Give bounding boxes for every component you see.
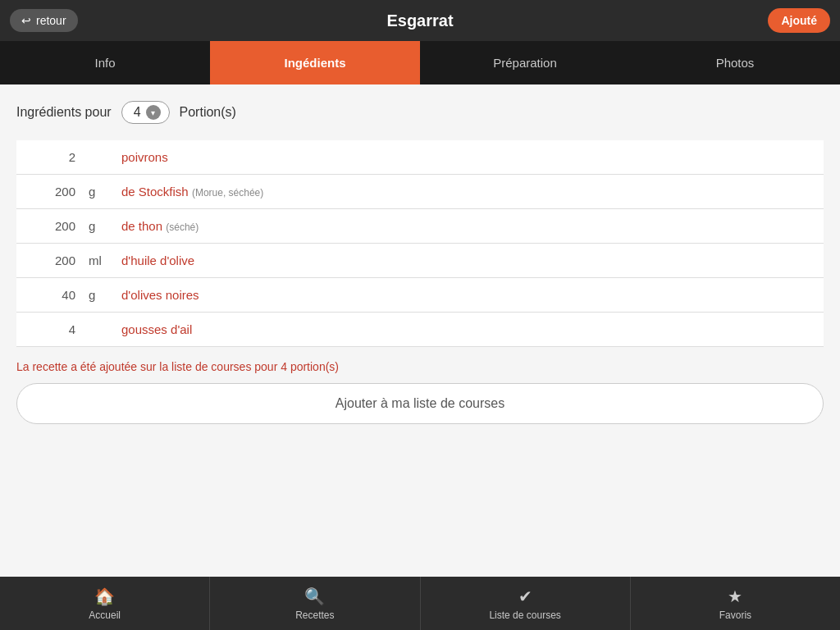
nav-accueil[interactable]: 🏠 Accueil: [0, 577, 210, 630]
notice-prefix: La recette a été ajoutée sur la liste de…: [16, 360, 281, 373]
tab-info[interactable]: Info: [0, 41, 210, 84]
qty-cell: 200: [16, 209, 82, 244]
table-row: 40 g d'olives noires: [16, 278, 824, 313]
tab-ingredients[interactable]: Ingédients: [210, 41, 420, 84]
table-row: 200 g de Stockfish (Morue, séchée): [16, 175, 824, 209]
retour-label: retour: [36, 14, 66, 27]
ingredient-name-cell: de Stockfish (Morue, séchée): [115, 175, 824, 209]
tabs-bar: Info Ingédients Préparation Photos: [0, 41, 840, 84]
qty-cell: 2: [16, 140, 82, 175]
main-content: Ingrédients pour 4 ▾ Portion(s) 2 poivro…: [0, 84, 840, 577]
retour-button[interactable]: ↩ retour: [10, 9, 78, 32]
unit-cell: g: [82, 278, 115, 313]
ingredient-note: (Morue, séchée): [192, 187, 263, 199]
table-row: 200 ml d'huile d'olive: [16, 244, 824, 278]
chevron-down-icon: ▾: [146, 105, 161, 120]
recettes-label: Recettes: [295, 609, 334, 621]
favoris-label: Favoris: [719, 609, 751, 621]
qty-cell: 200: [16, 244, 82, 278]
portions-selector[interactable]: 4 ▾: [121, 101, 170, 124]
add-to-list-button[interactable]: Ajouter à ma liste de courses: [16, 383, 824, 424]
bottom-nav: 🏠 Accueil 🔍 Recettes ✔ Liste de courses …: [0, 577, 840, 630]
tab-photos[interactable]: Photos: [630, 41, 840, 84]
ingredients-table: 2 poivrons 200 g de Stockfish (Morue, sé…: [16, 140, 824, 347]
ingredient-name-cell: d'olives noires: [115, 278, 824, 313]
unit-cell: ml: [82, 244, 115, 278]
qty-cell: 4: [16, 313, 82, 347]
unit-cell: g: [82, 175, 115, 209]
table-row: 2 poivrons: [16, 140, 824, 175]
portions-suffix: Portion(s): [180, 105, 236, 120]
table-row: 4 gousses d'ail: [16, 313, 824, 347]
qty-cell: 200: [16, 175, 82, 209]
ingredient-note: (séché): [166, 221, 199, 233]
header: ↩ retour Esgarrat Ajouté: [0, 0, 840, 41]
nav-liste-courses[interactable]: ✔ Liste de courses: [421, 577, 631, 630]
notice-highlight: 4 portion(s): [281, 360, 339, 373]
page-title: Esgarrat: [386, 11, 453, 30]
ingredient-name-cell: poivrons: [115, 140, 824, 175]
favoris-icon: ★: [728, 587, 742, 606]
liste-courses-icon: ✔: [518, 587, 532, 606]
ajoute-button[interactable]: Ajouté: [768, 8, 830, 33]
accueil-label: Accueil: [89, 609, 121, 621]
ingredient-name-cell: de thon (séché): [115, 209, 824, 244]
unit-cell: g: [82, 209, 115, 244]
nav-favoris[interactable]: ★ Favoris: [631, 577, 840, 630]
liste-courses-label: Liste de courses: [489, 609, 560, 621]
portions-row: Ingrédients pour 4 ▾ Portion(s): [16, 101, 824, 124]
tab-preparation[interactable]: Préparation: [420, 41, 630, 84]
portions-value: 4: [134, 105, 141, 120]
table-row: 200 g de thon (séché): [16, 209, 824, 244]
notice-text: La recette a été ajoutée sur la liste de…: [16, 360, 824, 373]
retour-icon: ↩: [21, 14, 31, 27]
unit-cell: [82, 313, 115, 347]
ingredient-name-cell: d'huile d'olive: [115, 244, 824, 278]
accueil-icon: 🏠: [94, 587, 115, 606]
portions-label: Ingrédients pour: [16, 105, 112, 120]
recettes-icon: 🔍: [304, 587, 325, 606]
nav-recettes[interactable]: 🔍 Recettes: [210, 577, 420, 630]
ingredient-name-cell: gousses d'ail: [115, 313, 824, 347]
qty-cell: 40: [16, 278, 82, 313]
unit-cell: [82, 140, 115, 175]
